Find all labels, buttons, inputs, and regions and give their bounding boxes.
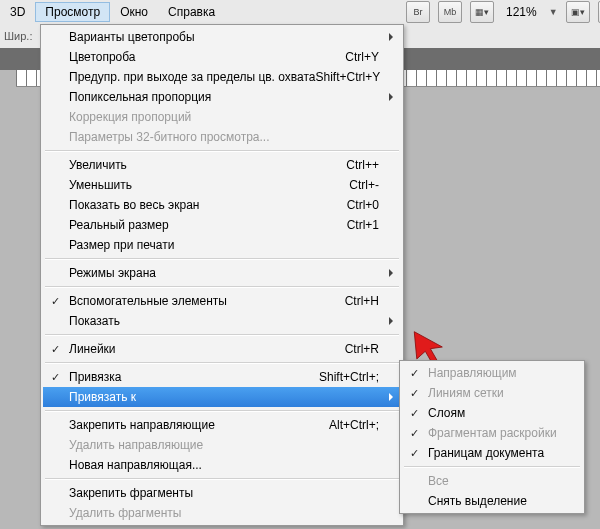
view-menu-item-28: Удалить фрагменты: [43, 503, 401, 523]
view-menu-separator: [45, 334, 399, 336]
menu-item-label: Закрепить фрагменты: [69, 486, 379, 500]
zoom-chevron-icon[interactable]: ▼: [549, 7, 558, 17]
view-menu-item-5: Параметры 32-битного просмотра...: [43, 127, 401, 147]
menu-3d[interactable]: 3D: [0, 2, 35, 22]
menu-item-shortcut: Ctrl+R: [345, 342, 379, 356]
annotation-arrow-icon: [410, 330, 444, 364]
view-menu-separator: [45, 150, 399, 152]
view-menu-item-20[interactable]: ✓ПривязкаShift+Ctrl+;: [43, 367, 401, 387]
view-menu-item-23[interactable]: Закрепить направляющиеAlt+Ctrl+;: [43, 415, 401, 435]
menu-item-shortcut: Ctrl+0: [347, 198, 379, 212]
checkmark-icon: ✓: [51, 343, 60, 356]
view-menu-item-9[interactable]: Показать во весь экранCtrl+0: [43, 195, 401, 215]
menu-item-label: Границам документа: [428, 446, 560, 460]
menu-item-shortcut: Shift+Ctrl+Y: [316, 70, 381, 84]
submenu-arrow-icon: [389, 269, 393, 277]
view-menu-separator: [45, 286, 399, 288]
menu-item-label: Реальный размер: [69, 218, 347, 232]
view-menu-item-21[interactable]: Привязать к: [43, 387, 401, 407]
view-menu-separator: [45, 258, 399, 260]
top-toolbar: Br Mb ▦▾ 121% ▼ ▣▾ ⧉▾: [400, 0, 600, 24]
view-menu-item-0[interactable]: Варианты цветопробы: [43, 27, 401, 47]
view-menu-item-7[interactable]: УвеличитьCtrl++: [43, 155, 401, 175]
view-menu-item-8[interactable]: УменьшитьCtrl+-: [43, 175, 401, 195]
menu-item-label: Показать во весь экран: [69, 198, 347, 212]
menu-item-label: Предупр. при выходе за пределы цв. охват…: [69, 70, 316, 84]
menu-window[interactable]: Окно: [110, 2, 158, 22]
snap-submenu-separator: [404, 466, 580, 468]
menu-item-label: Линейки: [69, 342, 345, 356]
checkmark-icon: ✓: [410, 407, 419, 420]
view-menu-item-24: Удалить направляющие: [43, 435, 401, 455]
menu-item-label: Увеличить: [69, 158, 346, 172]
app-window: 3D Просмотр Окно Справка Br Mb ▦▾ 121% ▼…: [0, 0, 600, 529]
snap-submenu-item-4[interactable]: ✓Границам документа: [402, 443, 582, 463]
menu-item-label: Новая направляющая...: [69, 458, 379, 472]
checkmark-icon: ✓: [51, 295, 60, 308]
snap-to-submenu: ✓Направляющим✓Линиям сетки✓Слоям✓Фрагмен…: [399, 360, 585, 514]
menu-item-shortcut: Shift+Ctrl+;: [319, 370, 379, 384]
view-menu-item-16[interactable]: Показать: [43, 311, 401, 331]
snap-submenu-item-3: ✓Фрагментам раскройки: [402, 423, 582, 443]
view-menu-item-25[interactable]: Новая направляющая...: [43, 455, 401, 475]
menu-item-label: Снять выделение: [428, 494, 560, 508]
menu-item-shortcut: Ctrl+1: [347, 218, 379, 232]
options-width-label: Шир.:: [4, 30, 32, 42]
menu-item-label: Закрепить направляющие: [69, 418, 329, 432]
view-menu-item-10[interactable]: Реальный размерCtrl+1: [43, 215, 401, 235]
menu-item-shortcut: Ctrl+-: [349, 178, 379, 192]
menu-item-label: Слоям: [428, 406, 560, 420]
zoom-level[interactable]: 121%: [502, 5, 541, 19]
view-dropdown-menu: Варианты цветопробыЦветопробаCtrl+YПреду…: [40, 24, 404, 526]
menu-item-label: Удалить направляющие: [69, 438, 379, 452]
view-menu-item-2[interactable]: Предупр. при выходе за пределы цв. охват…: [43, 67, 401, 87]
menu-item-label: Показать: [69, 314, 379, 328]
view-menu-separator: [45, 362, 399, 364]
view-menu-item-4: Коррекция пропорций: [43, 107, 401, 127]
submenu-arrow-icon: [389, 93, 393, 101]
view-menu-item-13[interactable]: Режимы экрана: [43, 263, 401, 283]
snap-submenu-item-1: ✓Линиям сетки: [402, 383, 582, 403]
screen-mode-icon[interactable]: ▣▾: [566, 1, 590, 23]
menu-item-shortcut: Alt+Ctrl+;: [329, 418, 379, 432]
menu-item-label: Вспомогательные элементы: [69, 294, 345, 308]
snap-submenu-item-6: Все: [402, 471, 582, 491]
checkmark-icon: ✓: [410, 427, 419, 440]
view-menu-item-11[interactable]: Размер при печати: [43, 235, 401, 255]
submenu-arrow-icon: [389, 317, 393, 325]
menu-item-label: Режимы экрана: [69, 266, 379, 280]
checkmark-icon: ✓: [410, 447, 419, 460]
menu-item-shortcut: Ctrl++: [346, 158, 379, 172]
menu-item-label: Удалить фрагменты: [69, 506, 379, 520]
minibridge-icon[interactable]: Mb: [438, 1, 462, 23]
menu-item-label: Попиксельная пропорция: [69, 90, 379, 104]
view-menu-separator: [45, 410, 399, 412]
arrange-docs-icon[interactable]: ▦▾: [470, 1, 494, 23]
snap-submenu-item-7[interactable]: Снять выделение: [402, 491, 582, 511]
view-menu-item-18[interactable]: ✓ЛинейкиCtrl+R: [43, 339, 401, 359]
view-menu-item-3[interactable]: Попиксельная пропорция: [43, 87, 401, 107]
menu-item-label: Размер при печати: [69, 238, 379, 252]
menu-item-label: Коррекция пропорций: [69, 110, 379, 124]
view-menu-item-15[interactable]: ✓Вспомогательные элементыCtrl+H: [43, 291, 401, 311]
snap-submenu-item-2[interactable]: ✓Слоям: [402, 403, 582, 423]
menu-item-label: Все: [428, 474, 560, 488]
checkmark-icon: ✓: [410, 367, 419, 380]
snap-submenu-item-0: ✓Направляющим: [402, 363, 582, 383]
menu-item-label: Привязать к: [69, 390, 379, 404]
submenu-arrow-icon: [389, 33, 393, 41]
menu-item-label: Направляющим: [428, 366, 560, 380]
menu-item-label: Привязка: [69, 370, 319, 384]
menu-item-shortcut: Ctrl+H: [345, 294, 379, 308]
menu-item-label: Фрагментам раскройки: [428, 426, 560, 440]
checkmark-icon: ✓: [51, 371, 60, 384]
menu-view[interactable]: Просмотр: [35, 2, 110, 22]
menu-help[interactable]: Справка: [158, 2, 225, 22]
view-menu-item-1[interactable]: ЦветопробаCtrl+Y: [43, 47, 401, 67]
menu-item-label: Параметры 32-битного просмотра...: [69, 130, 379, 144]
view-menu-separator: [45, 478, 399, 480]
menu-item-label: Варианты цветопробы: [69, 30, 379, 44]
submenu-arrow-icon: [389, 393, 393, 401]
view-menu-item-27[interactable]: Закрепить фрагменты: [43, 483, 401, 503]
bridge-icon[interactable]: Br: [406, 1, 430, 23]
